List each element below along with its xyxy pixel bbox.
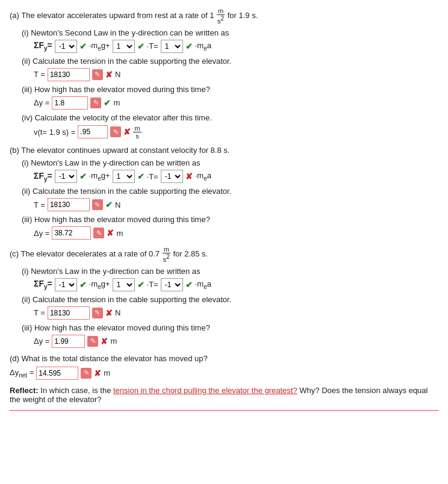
check-a-i-2: ✔ — [137, 42, 145, 51]
fraction-a: m s2 — [216, 7, 225, 25]
section-a-iv: (iv) Calculate the velocity of the eleva… — [22, 113, 438, 140]
t-label-b-ii: T = — [34, 200, 45, 209]
t-label-c-ii: T = — [34, 308, 45, 317]
delta-label-a-iii: Δy = — [34, 98, 49, 107]
edit-b-ii[interactable] — [92, 199, 103, 210]
edit-a-iii[interactable] — [90, 98, 101, 108]
check-b-i-2: ✔ — [137, 172, 145, 181]
input-a-iv-v[interactable] — [78, 125, 108, 138]
check-b-i-1: ✔ — [79, 172, 87, 181]
input-b-ii-t[interactable] — [48, 198, 90, 211]
section-b-label: (b) The elevator continues upward at con… — [10, 146, 438, 155]
section-c-ii: (ii) Calculate the tension in the cable … — [22, 295, 438, 320]
dot-meg-c: ·meg+ — [89, 279, 110, 290]
section-b-ii-row: T = ✔ N — [34, 198, 438, 211]
section-c-i: (i) Newton's Law in the y-direction can … — [22, 267, 438, 291]
section-a-label: (a) The elevator accelerates upward from… — [10, 7, 438, 25]
unit-c-iii: m — [110, 337, 117, 346]
cross-a-ii: ✘ — [105, 70, 113, 79]
select-b-i-2[interactable]: 1-10 — [113, 170, 135, 183]
cross-c-ii: ✘ — [105, 308, 113, 318]
fraction-c: m s2 — [162, 246, 171, 263]
section-d-label: (d) What is the total distance the eleva… — [10, 354, 438, 363]
reflect-text1: Reflect: In which case, is the — [10, 386, 113, 395]
t-label-a-ii: T = — [34, 70, 45, 79]
section-a-iii-row: Δy = ✔ m — [34, 96, 438, 110]
edit-a-iv[interactable] — [110, 126, 121, 137]
edit-d[interactable] — [81, 368, 92, 379]
frac-num-a-iv: m — [133, 125, 141, 132]
input-a-ii-t[interactable] — [48, 68, 90, 81]
cross-d: ✘ — [94, 368, 101, 378]
select-b-i-3[interactable]: -110 — [161, 170, 183, 183]
section-c-label: (c) The elevator decelerates at a rate o… — [10, 246, 438, 263]
input-c-ii-t[interactable] — [48, 306, 90, 320]
unit-a-iii: m — [113, 98, 120, 107]
edit-c-ii[interactable] — [92, 308, 103, 318]
section-c-ii-label: (ii) Calculate the tension in the cable … — [22, 295, 438, 304]
section-b-i-row: ΣFy= -110 ✔ ·meg+ 1-10 ✔ ·T= -110 ✘ ·mea — [34, 170, 438, 183]
bottom-border — [10, 410, 438, 411]
select-a-i-1[interactable]: -110 — [55, 40, 77, 53]
input-d-dynet[interactable] — [36, 367, 78, 380]
section-a-iii-label: (iii) How high has the elevator moved du… — [22, 85, 438, 94]
select-c-i-3[interactable]: -110 — [161, 278, 183, 291]
section-b-ii-label: (ii) Calculate the tension in the cable … — [22, 187, 438, 196]
section-b-i-label: (i) Newton's Law in the y-direction can … — [22, 158, 438, 167]
section-a-ii-label: (ii) Calculate the tension in the cable … — [22, 57, 438, 66]
frac-num-c: m — [163, 246, 170, 253]
sigma-label-b: ΣFy= — [34, 171, 52, 182]
select-c-i-2[interactable]: 1-10 — [113, 278, 135, 291]
section-a-iv-row: v(t= 1.9 s) = ✘ m s — [34, 125, 438, 140]
section-c-i-row: ΣFy= -110 ✔ ·meg+ 1-10 ✔ ·T= -110 ✔ ·mea — [34, 278, 438, 291]
edit-c-iii[interactable] — [87, 336, 98, 347]
section-c-ii-row: T = ✘ N — [34, 306, 438, 320]
check-a-iii: ✔ — [104, 98, 111, 108]
unit-d: m — [104, 368, 110, 377]
select-c-i-1[interactable]: -110 — [55, 278, 77, 291]
section-b: (b) The elevator continues upward at con… — [10, 146, 438, 240]
unit-a-ii: N — [115, 70, 120, 79]
section-b-iii-row: Δy = ✘ m — [34, 226, 438, 240]
edit-a-ii[interactable] — [92, 69, 103, 80]
section-a-iii: (iii) How high has the elevator moved du… — [22, 85, 438, 110]
input-a-iii-dy[interactable] — [52, 96, 88, 110]
cross-b-iii: ✘ — [107, 228, 114, 238]
check-a-i-3: ✔ — [185, 42, 193, 51]
sigma-label-c: ΣFy= — [34, 279, 52, 290]
section-b-i: (i) Newton's Law in the y-direction can … — [22, 158, 438, 183]
unit-c-ii: N — [115, 308, 120, 317]
section-d: (d) What is the total distance the eleva… — [10, 354, 438, 380]
select-b-i-1[interactable]: -110 — [55, 170, 77, 183]
delta-label-b-iii: Δy = — [34, 229, 49, 238]
select-a-i-2[interactable]: 1-10 — [113, 40, 135, 53]
check-c-i-1: ✔ — [79, 280, 87, 290]
section-c-iii-label: (iii) How high has the elevator moved du… — [22, 323, 438, 332]
unit-b-ii: N — [115, 200, 120, 209]
dot-mea-b: ·mea — [195, 171, 211, 182]
section-a-ii: (ii) Calculate the tension in the cable … — [22, 57, 438, 81]
section-c-i-label: (i) Newton's Law in the y-direction can … — [22, 267, 438, 276]
dot-t-c: ·T= — [147, 280, 158, 289]
cross-b-i-3: ✘ — [185, 172, 193, 181]
section-b-iii-label: (iii) How high has the elevator moved du… — [22, 215, 438, 224]
section-c-text1: (c) The elevator decelerates at a rate o… — [10, 249, 160, 258]
input-b-iii-dy[interactable] — [52, 226, 91, 240]
input-c-iii-dy[interactable] — [52, 335, 85, 348]
check-c-i-2: ✔ — [137, 280, 145, 290]
check-c-i-3: ✔ — [185, 280, 193, 290]
section-c-text2: for 2.85 s. — [173, 249, 208, 258]
section-a-text: (a) The elevator accelerates upward from… — [10, 11, 214, 20]
frac-num-a: m — [217, 7, 225, 15]
v-label-a-iv: v(t= 1.9 s) = — [34, 128, 75, 137]
section-a-i-label: (i) Newton's Second Law in the y-directi… — [22, 28, 438, 37]
section-c-iii: (iii) How high has the elevator moved du… — [22, 323, 438, 348]
select-a-i-3[interactable]: 1-10 — [161, 40, 183, 53]
frac-den-a-iv: s — [134, 132, 140, 140]
dot-t-b: ·T= — [147, 172, 158, 181]
edit-b-iii[interactable] — [93, 228, 104, 238]
section-a-i-row: ΣFy= -110 ✔ ·meg+ 1-10 ✔ ·T= 1-10 ✔ ·mea — [34, 40, 438, 53]
section-a-text2: for 1.9 s. — [228, 11, 258, 20]
frac-den-a: s2 — [216, 15, 225, 25]
section-a: (a) The elevator accelerates upward from… — [10, 7, 438, 140]
